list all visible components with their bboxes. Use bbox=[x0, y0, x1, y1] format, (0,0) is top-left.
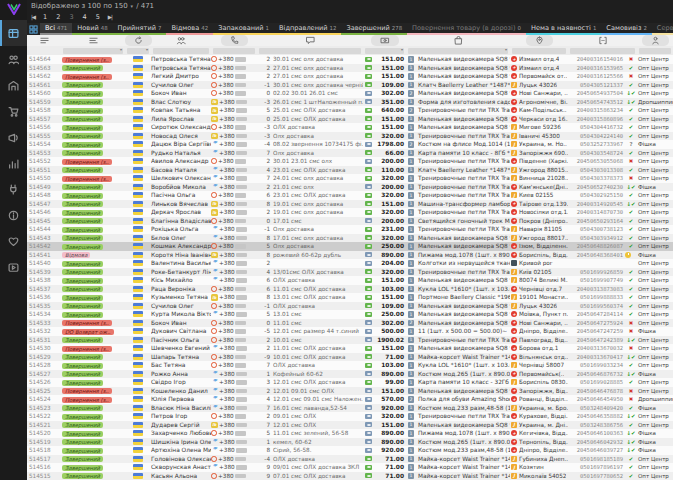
order-row[interactable]: 514528 Завершений Бас Тетяна +380 7 ОЛХ … bbox=[27, 361, 673, 370]
col-comment-icon[interactable] bbox=[257, 36, 363, 45]
tab-Нема в наявності[interactable]: Нема в наявності1 bbox=[526, 23, 601, 35]
order-row[interactable]: 514555 Завершений Новосад Олеся lk+380 -… bbox=[27, 132, 673, 141]
order-row[interactable]: 514523 Завершений Власюк Ніна Василі.. *… bbox=[27, 404, 673, 413]
sidebar-item-video[interactable] bbox=[0, 254, 27, 280]
filter-status[interactable] bbox=[63, 48, 123, 54]
order-row[interactable]: 514561 Завершений Сучилов Олег +380 -1 3… bbox=[27, 81, 673, 90]
order-row[interactable]: 514524 Повернення (з.. Юлія Первова *+38… bbox=[27, 395, 673, 404]
sidebar-item-warehouse[interactable] bbox=[0, 72, 27, 98]
tab-Всі[interactable]: Всі471 bbox=[40, 23, 72, 35]
order-row[interactable]: 514539 Завершений Роке-Бетанкурт Лін.. *… bbox=[27, 268, 673, 277]
col-delivery-icon[interactable] bbox=[510, 35, 568, 46]
col-status-list-icon[interactable] bbox=[27, 36, 61, 45]
tab-Відмова[interactable]: Відмова42 bbox=[166, 23, 213, 35]
order-row[interactable]: 514543 Завершений Бєлов Олег *+380 8 17.… bbox=[27, 234, 673, 243]
col-phone-icon[interactable] bbox=[211, 35, 257, 46]
order-row[interactable]: 514553 Завершений Рудько Наталья *+380 7… bbox=[27, 149, 673, 158]
filter-comment[interactable] bbox=[259, 48, 361, 54]
order-row[interactable]: 514522 Завершений Петров Ігор +380 2 09.… bbox=[27, 412, 673, 421]
tab-Відправлений[interactable]: Відправлений12 bbox=[274, 23, 341, 35]
order-row[interactable]: 514536 Завершений Кузьменко Тетяна lk+38… bbox=[27, 293, 673, 302]
order-row[interactable]: 514527 Завершений Рожко Анна *+380 1 Коф… bbox=[27, 370, 673, 379]
filter-phone[interactable] bbox=[213, 48, 255, 54]
filter-products[interactable] bbox=[408, 48, 508, 54]
filter-source[interactable] bbox=[127, 48, 149, 54]
sidebar-item-marketing[interactable] bbox=[0, 124, 27, 150]
order-row[interactable]: 514546 Завершений Деркач Ярослав lk+380 … bbox=[27, 208, 673, 217]
order-row[interactable]: 514520 Завершений Захарченко Любовь +380… bbox=[27, 429, 673, 438]
order-row[interactable]: 514529 Завершений Шапарь Тетяна +380 -9 … bbox=[27, 353, 673, 362]
filter-ttn[interactable] bbox=[570, 48, 635, 54]
filter-customer[interactable] bbox=[153, 48, 209, 54]
tab-Запакований[interactable]: Запакований1 bbox=[213, 23, 274, 35]
order-row[interactable]: 514531 Завершений Пасічник Ольга +380 2 … bbox=[27, 336, 673, 345]
order-row[interactable]: 514535 Завершений Сучилов Олег +380 -1 О… bbox=[27, 302, 673, 311]
order-row[interactable]: 514533 Повернення (з.. Бокоч Иван +380 0… bbox=[27, 319, 673, 328]
order-row[interactable]: 514518 Завершений Артюхіна Олена Ми.. *+… bbox=[27, 446, 673, 455]
sidebar-item-stats[interactable] bbox=[0, 150, 27, 176]
filter-payment[interactable] bbox=[365, 48, 404, 54]
order-row[interactable]: 514562 Повернення (з.. Легкий Дмитро +38… bbox=[27, 72, 673, 81]
table-views-icon[interactable] bbox=[29, 24, 38, 34]
order-row[interactable]: 514544 Завершений Рокіцька Ольга *+380 -… bbox=[27, 225, 673, 234]
order-row[interactable]: 514563 Завершений Петровська Тетяна +380… bbox=[27, 64, 673, 73]
order-row[interactable]: 514525 Повернення (з.. Кошеленко Данил *… bbox=[27, 387, 673, 396]
sidebar-item-integrations[interactable] bbox=[0, 176, 27, 202]
order-row[interactable]: 514552 Повернення (з.. Авилов Александр … bbox=[27, 157, 673, 166]
order-row[interactable]: 514538 Завершений Кісь Михайло *+380 6 О… bbox=[27, 276, 673, 285]
filter-manager[interactable] bbox=[639, 48, 671, 54]
order-row[interactable]: 514556 Завершений Сиротюк Олександр +380… bbox=[27, 123, 673, 132]
order-row[interactable]: 514549 Завершений Воробйов Микола *+380 … bbox=[27, 183, 673, 192]
order-row[interactable]: 514530 Повернення (з.. Шевченко Евгений … bbox=[27, 344, 673, 353]
order-row[interactable]: 514551 Завершений Басова Наталя *+380 4 … bbox=[27, 166, 673, 175]
order-row[interactable]: 514541 Відмова Коротя Ніна Іванівна lk+3… bbox=[27, 251, 673, 260]
col-ttn-icon[interactable] bbox=[568, 36, 637, 45]
tab-Прийнятий[interactable]: Прийнятий7 bbox=[113, 23, 167, 35]
order-row[interactable]: 514548 Завершений Пасічна Ольга +380 6 2… bbox=[27, 191, 673, 200]
filter-delivery[interactable] bbox=[512, 48, 566, 54]
col-source-icon[interactable] bbox=[125, 35, 151, 46]
page-3[interactable]: 3 bbox=[69, 13, 73, 21]
tab-Самовивіз[interactable]: Самовивіз2 bbox=[601, 23, 652, 35]
tab-Завершений[interactable]: Завершений278 bbox=[341, 23, 407, 35]
order-row[interactable]: 514521 Завершений Дударев Сергій lk+380 … bbox=[27, 421, 673, 430]
sidebar-item-info[interactable] bbox=[0, 202, 27, 228]
order-row[interactable]: 514554 Завершений Дацюк Віра Сергіївна *… bbox=[27, 140, 673, 149]
first-page-button[interactable]: |◀ bbox=[31, 14, 35, 20]
page-1[interactable]: 1 bbox=[43, 13, 47, 21]
order-row[interactable]: 514558 Завершений Ковпак Татьяна lk+380 … bbox=[27, 106, 673, 115]
tab-Новий[interactable]: Новий48 bbox=[72, 23, 112, 35]
sidebar-item-purchases[interactable] bbox=[0, 98, 27, 124]
order-row[interactable]: 514526 Завершений Свідро Ігор *+380 3 12… bbox=[27, 378, 673, 387]
page-2[interactable]: 2 bbox=[56, 13, 60, 21]
col-payment-icon[interactable] bbox=[363, 35, 406, 46]
page-5[interactable]: 5 bbox=[96, 13, 100, 21]
order-row[interactable]: 514534 Завершений Курта Микола Вікто.. *… bbox=[27, 310, 673, 319]
order-row[interactable]: 514547 Завершений Линьков Вячеслав lk+38… bbox=[27, 200, 673, 209]
last-page-button[interactable]: ▶| bbox=[108, 14, 112, 20]
order-row[interactable]: 514517 Завершений Головінова Олексан.. +… bbox=[27, 455, 673, 464]
col-customer-icon[interactable] bbox=[151, 36, 211, 45]
range-text[interactable]: Відображено з 100 по 150 bbox=[31, 2, 128, 10]
order-row[interactable]: 514559 Завершений Влас Слотюу lk+380 -3 … bbox=[27, 98, 673, 107]
sidebar-item-customers[interactable] bbox=[0, 46, 27, 72]
col-manager-icon[interactable] bbox=[637, 35, 673, 46]
order-row[interactable]: 514557 Завершений Лила Ярослав lk+380 0 … bbox=[27, 115, 673, 124]
tab-Повернення товару (в дорозі)[interactable]: Повернення товару (в дорозі)0 bbox=[407, 23, 526, 35]
order-row[interactable]: 514560 Завершений Бокоч Иван +380 0 02.0… bbox=[27, 89, 673, 98]
order-row[interactable]: 514519 Завершений Шишкіна Ірина Олек.. *… bbox=[27, 438, 673, 447]
order-row[interactable]: 514540 Завершений Валентина Васильє.. *+… bbox=[27, 259, 673, 268]
col-order-status-icon[interactable] bbox=[61, 36, 125, 45]
order-row[interactable]: 514516 Завершений Скворунская Анаст.. *+… bbox=[27, 463, 673, 472]
order-row[interactable]: 514542 Завершений Кошмак Александр +380 … bbox=[27, 242, 673, 251]
order-row[interactable]: 514550 Повернення (з.. Шелкович Олексан.… bbox=[27, 174, 673, 183]
sidebar-item-orders[interactable] bbox=[0, 20, 27, 46]
order-row[interactable]: 514545 Завершений Благінна Владіслава +3… bbox=[27, 217, 673, 226]
col-products-icon[interactable] bbox=[406, 36, 510, 45]
order-row[interactable]: 514537 Завершений Раца Вероніка +380 6 1… bbox=[27, 285, 673, 294]
page-4[interactable]: 4 bbox=[83, 13, 87, 21]
tab-Сервіси[interactable]: Сервіси0 bbox=[652, 23, 673, 35]
order-row[interactable]: 514532 DO Возврат ож.. Дукович Світлана … bbox=[27, 327, 673, 336]
range-caret-icon[interactable]: ▾ bbox=[131, 3, 134, 9]
sidebar-item-support[interactable] bbox=[0, 228, 27, 254]
